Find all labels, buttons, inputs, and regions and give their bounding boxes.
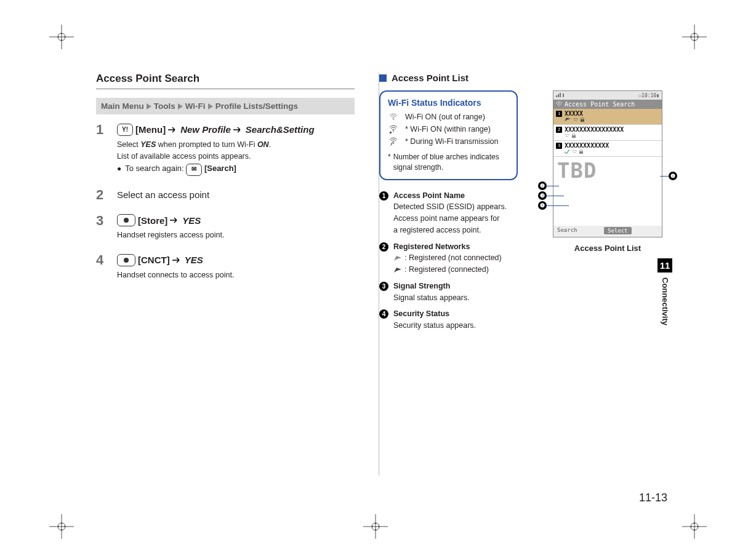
svg-point-2 bbox=[58, 523, 65, 530]
lock-icon bbox=[572, 133, 576, 139]
svg-point-0 bbox=[58, 33, 65, 41]
step-note: Handset connects to access point. bbox=[117, 269, 355, 281]
softkey-left[interactable]: Search bbox=[557, 227, 577, 234]
callout-2: 2 Registered Networks : Registered (not … bbox=[379, 241, 518, 276]
callout-4: 4 Security Status Security status appear… bbox=[379, 308, 518, 332]
phone-time: ☐10:10▮ bbox=[638, 93, 659, 98]
step-head-part: New Profile bbox=[180, 123, 231, 137]
phone-list-row[interactable]: 3XXXXXXXXXXXX bbox=[553, 141, 662, 157]
crop-mark-bc bbox=[363, 514, 388, 539]
arrow-right-icon bbox=[170, 217, 180, 223]
chapter-tab: 11 Connectivity bbox=[657, 258, 672, 325]
callout-line: Access point name appears for bbox=[393, 213, 507, 225]
row-num-icon: 2 bbox=[556, 127, 562, 133]
callout-title: Access Point Name bbox=[393, 190, 507, 202]
svg-point-6 bbox=[393, 130, 394, 132]
wifi-row: * Wi-Fi ON (within range) bbox=[388, 125, 509, 133]
wifi-row-text: During Wi-Fi transmission bbox=[410, 137, 498, 146]
lead-badge-1: ❶ bbox=[669, 172, 677, 180]
callout-number-icon: 1 bbox=[379, 191, 388, 201]
step-bullet: ● To search again: ✉ [Search] bbox=[117, 163, 355, 175]
leader-line bbox=[547, 205, 569, 206]
y-key-icon: Y! bbox=[117, 124, 133, 136]
callout-line: Signal status appears. bbox=[393, 292, 470, 304]
square-bullet-icon bbox=[379, 74, 387, 82]
step-head: Select an access point bbox=[117, 188, 355, 202]
callout-line: Detected SSID (ESSID) appears. bbox=[393, 201, 507, 213]
lock-icon bbox=[581, 117, 584, 123]
wifi-small-icon bbox=[572, 149, 577, 155]
svg-point-1 bbox=[691, 33, 698, 41]
signal-icon bbox=[556, 92, 569, 98]
leader-line bbox=[547, 196, 564, 196]
leader-line bbox=[660, 176, 669, 177]
bullet-icon: ● bbox=[117, 163, 121, 175]
step-note: Select YES when prompted to turn Wi-Fi O… bbox=[117, 139, 355, 151]
mail-key-icon: ✉ bbox=[186, 164, 202, 176]
breadcrumb-item: Profile Lists/Settings bbox=[215, 101, 298, 111]
phone-statusbar: ☐10:10▮ bbox=[553, 91, 662, 100]
callout-number-icon: 4 bbox=[379, 309, 388, 319]
phone-list-row[interactable]: 2XXXXXXXXXXXXXXXX bbox=[553, 125, 662, 141]
step-head-part: YES bbox=[182, 214, 201, 228]
lock-icon bbox=[579, 149, 583, 155]
crop-mark-tr bbox=[682, 25, 707, 49]
crop-mark-tl bbox=[49, 25, 74, 49]
wifi-in-range-icon bbox=[388, 125, 399, 133]
check-icon bbox=[565, 149, 569, 155]
lead-badge-4: ❹ bbox=[538, 201, 547, 210]
svg-point-4 bbox=[372, 523, 379, 530]
wifi-status-indicators-box: Wi-Fi Status Indicators Wi-Fi ON (out of… bbox=[379, 90, 518, 180]
arrow-right-icon bbox=[168, 127, 178, 133]
row-name: XXXXXXXXXXXXXXXX bbox=[565, 126, 624, 133]
wifi-row-text: Wi-Fi ON (within range) bbox=[410, 125, 491, 133]
center-key-icon bbox=[117, 254, 135, 266]
softkey-center[interactable]: Select bbox=[604, 227, 632, 234]
svg-rect-14 bbox=[581, 119, 584, 122]
svg-rect-9 bbox=[556, 95, 557, 97]
step-head-part: Search&Setting bbox=[246, 123, 315, 137]
svg-rect-16 bbox=[579, 151, 583, 154]
step-head: Y! [Menu] New Profile Search&Setting bbox=[117, 123, 355, 137]
wifi-small-icon bbox=[556, 101, 562, 108]
bullet-text: To search again: bbox=[125, 164, 183, 173]
row-name: XXXXX bbox=[565, 110, 583, 117]
callout-line: : Registered (connected) bbox=[393, 264, 502, 276]
leader-line bbox=[547, 186, 559, 186]
crop-mark-br bbox=[682, 514, 707, 539]
callout-number-icon: 3 bbox=[379, 282, 388, 291]
step-3: 3 [Store] YES Handset registers access p… bbox=[96, 214, 355, 242]
phone-caption: Access Point List bbox=[553, 244, 662, 253]
step-head-part: [Menu] bbox=[135, 123, 166, 137]
wifi-out-of-range-icon bbox=[388, 113, 399, 121]
step-4: 4 [CNCT] YES Handset connects to access … bbox=[96, 253, 355, 281]
flag-not-connected-icon bbox=[393, 255, 402, 261]
breadcrumb-arrow-icon bbox=[147, 103, 151, 109]
bullet-suffix: [Search] bbox=[204, 164, 236, 173]
step-number: 1 bbox=[96, 123, 108, 137]
crop-mark-bl bbox=[49, 514, 74, 539]
step-note: Handset registers access point. bbox=[117, 229, 355, 241]
callout-line: a registered access point. bbox=[393, 225, 507, 236]
chapter-name: Connectivity bbox=[661, 277, 670, 325]
svg-point-3 bbox=[691, 523, 698, 530]
step-head: [Store] YES bbox=[117, 214, 355, 228]
callout-3: 3 Signal Strength Signal status appears. bbox=[379, 280, 518, 304]
lead-badge-3: ❸ bbox=[538, 191, 547, 200]
step-head: [CNCT] YES bbox=[117, 253, 355, 267]
svg-point-5 bbox=[393, 119, 394, 120]
svg-rect-10 bbox=[558, 94, 559, 97]
callout-line: Security status appears. bbox=[393, 320, 476, 332]
breadcrumb-arrow-icon bbox=[178, 103, 183, 109]
wifi-box-note: * Number of blue arches indicates signal… bbox=[388, 152, 509, 173]
step-number: 2 bbox=[96, 188, 108, 202]
breadcrumb-arrow-icon bbox=[208, 103, 213, 109]
step-1: 1 Y! [Menu] New Profile Search&Setting S… bbox=[96, 123, 355, 176]
step-2: 2 Select an access point bbox=[96, 188, 355, 202]
wifi-row-text: Wi-Fi ON (out of range) bbox=[405, 113, 485, 121]
breadcrumb-item: Tools bbox=[154, 101, 175, 111]
phone-list-row[interactable]: 1XXXXX bbox=[553, 109, 662, 125]
flag-icon bbox=[565, 117, 571, 123]
breadcrumb-item: Wi-Fi bbox=[185, 101, 206, 111]
breadcrumb-item: Main Menu bbox=[101, 101, 144, 111]
